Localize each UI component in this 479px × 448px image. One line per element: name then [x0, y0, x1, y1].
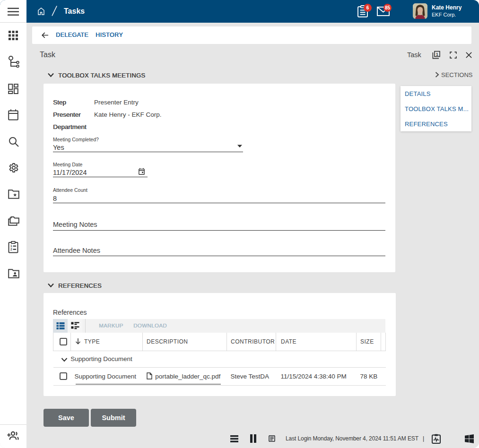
svg-text:2: 2: [10, 248, 12, 251]
svg-text:1: 1: [10, 244, 12, 248]
svg-text:1: 1: [436, 52, 438, 57]
